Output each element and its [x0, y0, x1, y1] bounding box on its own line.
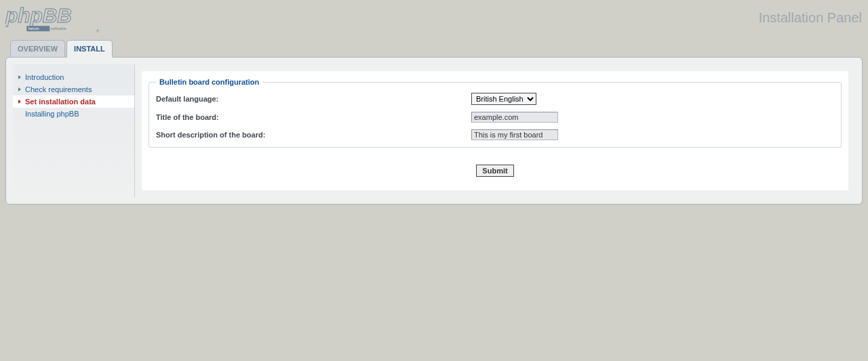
board-description-input[interactable] — [471, 129, 558, 140]
board-title-label: Title of the board: — [156, 113, 471, 121]
board-title-input[interactable] — [471, 112, 558, 123]
phpbb-logo: phpBB forum software ® — [5, 3, 100, 37]
chevron-right-icon — [18, 75, 21, 79]
fieldset-legend: Bulletin board configuration — [156, 78, 262, 86]
board-description-label: Short description of the board: — [156, 131, 471, 139]
chevron-right-icon — [18, 100, 21, 104]
sidebar-item-label: Introduction — [25, 72, 64, 83]
sidebar-item-label: Installing phpBB — [25, 108, 79, 119]
svg-text:phpBB: phpBB — [5, 4, 72, 26]
sidebar-item-check-requirements[interactable]: Check requirements — [13, 83, 134, 95]
sidebar-item-set-installation-data[interactable]: Set installation data — [13, 95, 134, 108]
tab-install[interactable]: INSTALL — [66, 40, 113, 58]
sidebar: Introduction Check requirements Set inst… — [13, 64, 135, 197]
submit-button[interactable]: Submit — [476, 165, 513, 177]
sidebar-item-introduction[interactable]: Introduction — [13, 71, 134, 83]
sidebar-item-label: Set installation data — [25, 96, 96, 107]
default-language-select[interactable]: British English — [471, 93, 536, 105]
sidebar-item-label: Check requirements — [25, 84, 92, 95]
svg-text:forum: forum — [28, 26, 39, 30]
tab-overview[interactable]: OVERVIEW — [10, 40, 65, 57]
page-title: Installation Panel — [759, 10, 862, 26]
default-language-label: Default language: — [156, 95, 471, 103]
chevron-right-icon — [18, 87, 21, 91]
sidebar-item-installing-phpbb[interactable]: Installing phpBB — [13, 108, 134, 120]
board-config-fieldset: Bulletin board configuration Default lan… — [149, 78, 842, 148]
svg-text:®: ® — [96, 29, 99, 33]
svg-text:software: software — [51, 26, 66, 30]
